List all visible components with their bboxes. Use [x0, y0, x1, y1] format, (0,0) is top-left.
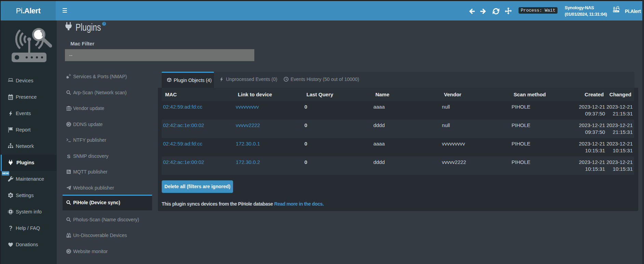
svg-text:S: S [67, 153, 70, 159]
